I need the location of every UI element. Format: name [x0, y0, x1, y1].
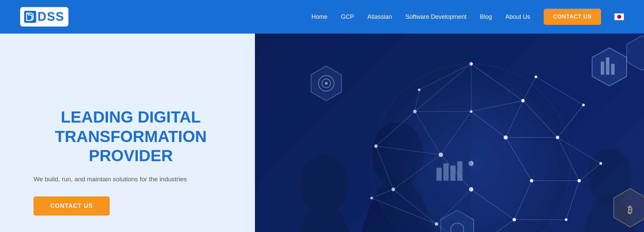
nav-gcp[interactable]: GCP	[341, 13, 354, 20]
svg-rect-0	[24, 11, 36, 23]
network-globe-svg: ₿	[255, 34, 644, 232]
svg-point-67	[535, 76, 537, 78]
nav-contact-us-button[interactable]: CONTACT US	[544, 9, 601, 25]
logo-box: DSS	[20, 7, 68, 27]
svg-rect-78	[606, 57, 609, 75]
hero-left: LEADING DIGITAL TRANSFORMATIONPROVIDER W…	[0, 34, 255, 232]
svg-point-69	[599, 162, 602, 165]
main-nav: Home GCP Atlassian Software Development …	[312, 9, 624, 25]
svg-point-64	[565, 218, 568, 221]
hero-title: LEADING DIGITAL TRANSFORMATIONPROVIDER	[34, 107, 228, 166]
svg-point-61	[578, 179, 581, 182]
dss-logo-icon	[24, 11, 36, 23]
hero-subtitle: We build, run, and maintain solutions fo…	[34, 176, 228, 183]
logo-text: DSS	[38, 10, 64, 24]
svg-point-75	[503, 135, 508, 140]
svg-point-57	[556, 136, 559, 139]
nav-home[interactable]: Home	[312, 13, 328, 20]
svg-point-2	[617, 15, 621, 19]
logo-container: DSS	[20, 7, 68, 27]
svg-rect-79	[611, 64, 614, 75]
nav-atlassian[interactable]: Atlassian	[368, 13, 392, 20]
header: DSS Home GCP Atlassian Software Developm…	[0, 0, 644, 34]
svg-rect-77	[601, 62, 604, 75]
nav-software-development[interactable]: Software Development	[406, 13, 467, 20]
hero-image: ₿	[255, 34, 644, 232]
svg-point-63	[513, 218, 516, 221]
svg-text:₿: ₿	[628, 204, 633, 215]
hero-section: LEADING DIGITAL TRANSFORMATIONPROVIDER W…	[0, 34, 644, 232]
svg-point-60	[530, 179, 533, 182]
hero-contact-us-button[interactable]: CONTACT US	[34, 196, 110, 216]
hero-visual: ₿	[255, 34, 644, 232]
nav-about-us[interactable]: About Us	[505, 13, 530, 20]
nav-blog[interactable]: Blog	[480, 13, 492, 20]
svg-point-52	[521, 99, 525, 102]
hero-title-text: LEADING DIGITAL TRANSFORMATIONPROVIDER	[55, 108, 207, 165]
svg-point-68	[582, 104, 585, 106]
svg-rect-94	[255, 34, 471, 232]
japanese-flag-icon[interactable]	[614, 13, 624, 20]
